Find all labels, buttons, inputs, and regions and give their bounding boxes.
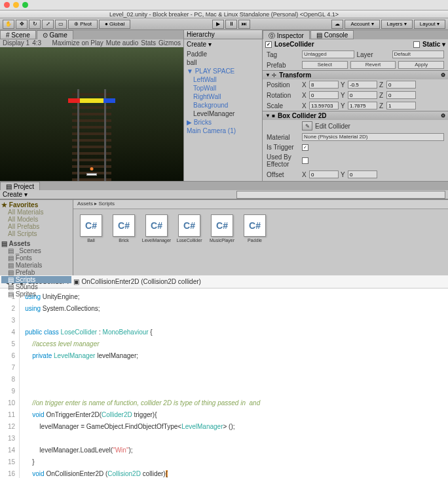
layers-dropdown[interactable]: Layers ▾ [381,20,413,29]
close-icon[interactable] [4,2,10,8]
minimize-icon[interactable] [13,2,19,8]
script-asset[interactable]: C#Paddle [242,214,267,270]
game-toolbar: Display 1 4:3 Maximize on Play Mute audi… [0,39,183,47]
folder-item[interactable]: ▤ Fonts [1,254,71,262]
hand-tool-button[interactable]: ✋ [3,20,14,29]
box-collider-component[interactable]: ▼ ■ Box Collider 2D⚙ [263,111,448,120]
hierarchy-item[interactable]: TopWall [185,84,261,92]
code-area[interactable]: 12345678910111213141516171819 using Unit… [0,289,448,478]
folder-item[interactable]: ▤ Materials [1,262,71,269]
folder-item[interactable]: ▤ Sprites [1,290,71,298]
asset-label: LoseCollider [177,238,202,243]
hierarchy-item[interactable]: LeftWall [185,75,261,84]
hierarchy-item[interactable]: LevelManager [185,110,261,118]
static-checkbox[interactable] [413,41,420,48]
apply-button[interactable]: Apply [398,61,444,69]
tab-inspector[interactable]: ⓪ Inspector [263,30,310,39]
game-view[interactable] [0,47,183,181]
inspector-panel: ⓪ Inspector ▤ Console ✓ LoseCollider Sta… [262,30,448,181]
edit-collider-icon[interactable]: ✎ [302,121,312,130]
pivot-button[interactable]: ⊕ Pivot [68,20,98,29]
enabled-checkbox[interactable]: ✓ [265,41,272,48]
static-dropdown[interactable]: Static ▾ [422,41,445,48]
scl-y-field[interactable] [348,102,377,110]
project-search-input[interactable] [236,191,445,199]
script-asset[interactable]: C#Brick [111,214,136,270]
account-dropdown[interactable]: Account ▾ [345,20,379,29]
step-button[interactable]: ⏭ [238,20,250,29]
play-button[interactable]: ▶ [212,20,224,29]
rect-tool-button[interactable]: ▭ [55,20,67,29]
rotate-tool-button[interactable]: ↻ [29,20,41,29]
cloud-button[interactable]: ☁ [331,20,343,29]
rot-z-field[interactable] [386,91,416,99]
fav-item[interactable]: All Models [1,216,71,223]
offset-y-field[interactable] [348,170,377,178]
pause-button[interactable]: ⏸ [225,20,237,29]
revert-button[interactable]: Revert [350,61,396,69]
hierarchy-item[interactable]: Paddle [185,50,261,58]
layer-dropdown[interactable]: Default [392,50,445,58]
project-create-dropdown[interactable]: Create ▾ [3,191,28,198]
folder-item[interactable]: ▤ Sounds [1,283,71,290]
nav-method[interactable]: OnCollisionEnter2D (Collision2D collider… [82,278,201,285]
folder-item[interactable]: ▤ _Scenes [1,247,71,254]
effector-checkbox[interactable] [302,157,308,164]
main-toolbar: ✋ ✥ ↻ ⤢ ▭ ⊕ Pivot ● Global ▶ ⏸ ⏭ ☁ Accou… [0,18,448,30]
hierarchy-item[interactable]: ▼ PLAY SPACE [185,67,261,75]
material-field[interactable]: None (Physics Material 2D) [302,133,444,141]
maximize-toggle[interactable]: Maximize on Play [52,39,103,47]
fav-item[interactable]: All Prefabs [1,223,71,230]
pos-x-field[interactable] [309,81,339,89]
folder-item[interactable]: ▤ Prefab [1,269,71,276]
folder-item-selected[interactable]: ▤ Scripts [1,276,71,283]
move-tool-button[interactable]: ✥ [16,20,28,29]
brick [80,98,92,103]
rot-y-field[interactable] [348,91,377,99]
script-asset[interactable]: C#LevelManager [144,214,169,270]
script-asset[interactable]: C#MusicPlayer [210,214,234,270]
script-asset[interactable]: C#LoseCollider [177,214,202,270]
gameobject-name[interactable]: LoseCollider [274,41,411,48]
create-dropdown[interactable]: Create ▾ [187,41,212,48]
aspect-dropdown[interactable]: 4:3 [32,39,41,47]
hierarchy-item[interactable]: Main Camera (1) [185,127,261,135]
scl-x-field[interactable] [309,102,339,110]
pos-z-field[interactable] [386,81,416,89]
mute-toggle[interactable]: Mute audio [106,39,138,47]
fav-item[interactable]: All Scripts [1,230,71,237]
trigger-checkbox[interactable]: ✓ [302,144,308,151]
asset-label: Ball [87,238,95,243]
hierarchy-item[interactable]: RightWall [185,92,261,101]
asset-grid: C#BallC#BrickC#LevelManagerC#LoseCollide… [73,209,448,275]
script-asset[interactable]: C#Ball [79,214,103,270]
breadcrumb[interactable]: Assets ▸ Scripts [73,200,448,209]
stats-toggle[interactable]: Stats [141,39,156,47]
hierarchy-item[interactable]: Background [185,101,261,110]
code-lines[interactable]: using UnityEngine;using System.Collectio… [20,289,265,478]
window-controls [0,0,448,10]
fav-item[interactable]: All Materials [1,209,71,216]
zoom-icon[interactable] [22,2,28,8]
scl-z-field[interactable] [386,102,416,110]
tag-dropdown[interactable]: Untagged [302,50,354,58]
hierarchy-item[interactable]: ball [185,58,261,67]
pos-y-field[interactable] [348,81,377,89]
global-button[interactable]: ● Global [99,20,130,29]
display-dropdown[interactable]: Display 1 [3,39,29,47]
gizmos-toggle[interactable]: Gizmos [159,39,181,47]
rot-x-field[interactable] [309,91,339,99]
offset-x-field[interactable] [309,170,339,178]
favorites-header[interactable]: ★ Favorites [1,201,71,209]
tab-scene[interactable]: # Scene [0,30,36,39]
assets-header[interactable]: ▤ Assets [1,240,71,247]
tab-console[interactable]: ▤ Console [310,30,354,39]
layout-dropdown[interactable]: Layout ▾ [414,20,445,29]
hierarchy-item[interactable]: ▶ Bricks [185,118,261,127]
transform-component[interactable]: ▼ ⊹ Transform⚙ [263,70,448,79]
scale-tool-button[interactable]: ⤢ [42,20,54,29]
tab-game[interactable]: ⊙ Game [37,30,73,39]
select-button[interactable]: Select [302,61,348,69]
tab-project[interactable]: ▤ Project [0,182,40,190]
ball [90,167,94,170]
